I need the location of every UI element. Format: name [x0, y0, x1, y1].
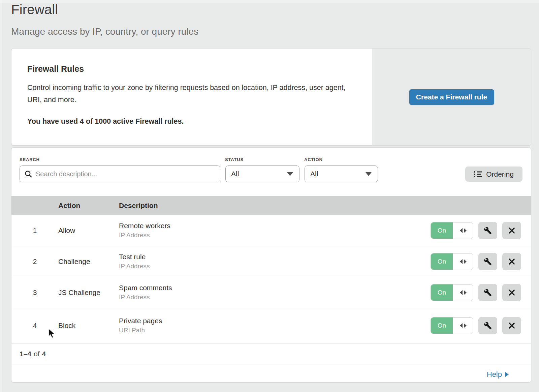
- rule-controls: On: [431, 222, 531, 239]
- info-card-text: Firewall Rules Control incoming traffic …: [11, 49, 372, 145]
- toggle-on-segment[interactable]: On: [431, 284, 453, 301]
- close-icon: [508, 289, 515, 296]
- page-title: Firewall: [11, 2, 58, 17]
- triangle-right-icon: [464, 290, 467, 295]
- rule-description: Private pages URI Path: [119, 317, 431, 334]
- rule-toggle[interactable]: On: [431, 284, 473, 301]
- toggle-drag-handle[interactable]: [453, 222, 473, 239]
- edit-rule-button[interactable]: [478, 284, 497, 301]
- table-row: 3 JS Challenge Spam comments IP Address …: [11, 277, 531, 308]
- action-select-value: All: [310, 170, 318, 178]
- card-footer: Help: [11, 364, 531, 383]
- delete-rule-button[interactable]: [502, 284, 521, 301]
- triangle-left-icon: [460, 323, 463, 328]
- rule-controls: On: [431, 317, 531, 334]
- rule-match-type: IP Address: [119, 263, 431, 270]
- firewall-rules-card: SEARCH STATUS All ACTION All: [11, 147, 531, 383]
- firewall-page: Firewall Manage access by IP, country, o…: [0, 0, 539, 392]
- rule-priority: 2: [11, 258, 58, 266]
- info-card-heading: Firewall Rules: [27, 64, 358, 74]
- rule-action: JS Challenge: [58, 289, 119, 297]
- triangle-right-icon: [464, 259, 467, 264]
- toggle-drag-handle[interactable]: [453, 318, 473, 334]
- status-select-value: All: [231, 170, 239, 178]
- ordering-button-label: Ordering: [486, 170, 514, 178]
- chevron-down-icon: [287, 172, 293, 176]
- close-icon: [508, 322, 515, 329]
- rule-description: Test rule IP Address: [119, 253, 431, 270]
- help-link[interactable]: Help: [487, 370, 509, 379]
- triangle-right-icon: [464, 228, 467, 233]
- rule-priority: 1: [11, 227, 58, 235]
- wrench-icon: [484, 227, 492, 235]
- toggle-on-segment[interactable]: On: [431, 253, 453, 270]
- edit-rule-button[interactable]: [478, 317, 497, 334]
- rule-action: Allow: [58, 227, 119, 235]
- toggle-on-segment[interactable]: On: [431, 318, 453, 334]
- table-header: Action Description: [11, 196, 531, 215]
- table-row: 4 Block Private pages URI Path On: [11, 308, 531, 343]
- description-column-header: Description: [119, 202, 531, 210]
- wrench-icon: [484, 258, 492, 266]
- rule-match-type: URI Path: [119, 327, 431, 334]
- action-select[interactable]: All: [305, 165, 378, 182]
- rule-toggle[interactable]: On: [431, 222, 473, 239]
- rule-action: Block: [58, 322, 119, 330]
- toggle-drag-handle[interactable]: [453, 284, 473, 301]
- rule-controls: On: [431, 253, 531, 270]
- rule-controls: On: [431, 284, 531, 301]
- page-subtitle: Manage access by IP, country, or query r…: [11, 26, 198, 37]
- triangle-left-icon: [460, 259, 463, 264]
- action-column-header: Action: [58, 202, 119, 210]
- status-select[interactable]: All: [225, 165, 299, 182]
- delete-rule-button[interactable]: [502, 317, 521, 334]
- rule-match-type: IP Address: [119, 232, 431, 239]
- wrench-icon: [484, 289, 492, 297]
- close-icon: [508, 227, 515, 234]
- close-icon: [508, 258, 515, 265]
- ordered-list-icon: [474, 171, 482, 178]
- edit-rule-button[interactable]: [478, 253, 497, 270]
- filters-bar: SEARCH STATUS All ACTION All: [11, 148, 531, 196]
- firewall-rules-info-card: Firewall Rules Control incoming traffic …: [11, 48, 531, 146]
- create-rule-panel: Create a Firewall rule: [372, 49, 531, 145]
- ordering-button[interactable]: Ordering: [465, 167, 522, 182]
- pagination-total: 4: [42, 350, 46, 358]
- rule-action: Challenge: [58, 258, 119, 266]
- rule-description-title: Spam comments: [119, 284, 431, 292]
- rule-match-type: IP Address: [119, 294, 431, 301]
- create-firewall-rule-button[interactable]: Create a Firewall rule: [409, 89, 494, 105]
- table-row: 1 Allow Remote workers IP Address On: [11, 215, 531, 246]
- wrench-icon: [484, 322, 492, 330]
- rule-priority: 3: [11, 289, 58, 297]
- rule-description: Spam comments IP Address: [119, 284, 431, 301]
- rule-priority: 4: [11, 322, 58, 330]
- rule-description: Remote workers IP Address: [119, 222, 431, 239]
- status-label: STATUS: [225, 157, 244, 162]
- rule-toggle[interactable]: On: [431, 317, 473, 334]
- rule-description-title: Remote workers: [119, 222, 431, 230]
- delete-rule-button[interactable]: [502, 253, 521, 270]
- help-link-label: Help: [487, 370, 502, 379]
- search-label: SEARCH: [20, 157, 40, 162]
- toggle-on-segment[interactable]: On: [431, 222, 453, 239]
- search-input[interactable]: [36, 170, 215, 178]
- triangle-left-icon: [460, 290, 463, 295]
- info-card-usage-note: You have used 4 of 1000 active Firewall …: [27, 117, 358, 126]
- pagination: 1–4 of 4: [11, 343, 531, 364]
- search-icon: [25, 170, 32, 178]
- rule-description-title: Private pages: [119, 317, 431, 325]
- pagination-of: of: [34, 350, 40, 358]
- table-row: 2 Challenge Test rule IP Address On: [11, 246, 531, 277]
- action-label: ACTION: [304, 157, 323, 162]
- arrow-right-icon: [505, 372, 509, 377]
- info-card-description: Control incoming traffic to your zone by…: [27, 82, 347, 106]
- rule-description-title: Test rule: [119, 253, 431, 261]
- delete-rule-button[interactable]: [502, 222, 521, 239]
- edit-rule-button[interactable]: [478, 222, 497, 239]
- rule-toggle[interactable]: On: [431, 253, 473, 270]
- toggle-drag-handle[interactable]: [453, 253, 473, 270]
- pagination-range: 1–4: [20, 350, 31, 358]
- triangle-right-icon: [464, 323, 467, 328]
- chevron-down-icon: [366, 172, 372, 176]
